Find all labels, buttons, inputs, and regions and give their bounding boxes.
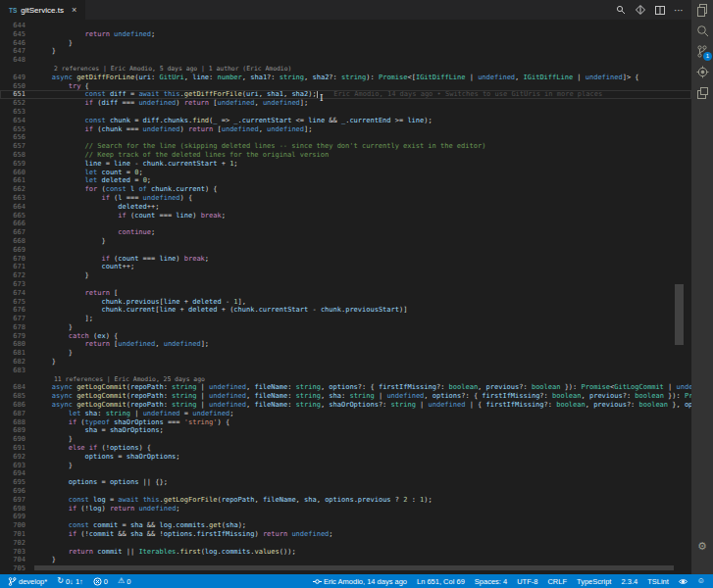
- line-number[interactable]: 661: [0, 176, 27, 185]
- source-control-icon[interactable]: 1: [691, 41, 713, 62]
- line-number[interactable]: 698: [0, 505, 27, 514]
- code-line[interactable]: 680 return [undefined, undefined];: [0, 340, 691, 349]
- line-number[interactable]: 676: [0, 306, 27, 315]
- code-line[interactable]: 665 if (count === line) break;: [0, 212, 691, 220]
- code-line[interactable]: 678 }: [0, 323, 691, 332]
- line-number[interactable]: 696: [0, 487, 27, 496]
- open-changes-icon[interactable]: [616, 5, 626, 15]
- line-number[interactable]: 683: [0, 367, 27, 375]
- line-number[interactable]: 691: [0, 444, 27, 453]
- code-line[interactable]: 649 async getDiffForLine(uri: GitUri, li…: [0, 74, 691, 82]
- status-item[interactable]: CRLF: [547, 577, 567, 586]
- line-number[interactable]: 648: [0, 56, 27, 65]
- code-line[interactable]: 681 }: [0, 349, 691, 358]
- code-line[interactable]: 689 sha = shaOrOptions;: [0, 426, 691, 435]
- status-item[interactable]: 2.3.4: [621, 577, 637, 586]
- status-item[interactable]: Spaces: 4: [475, 577, 507, 586]
- line-number[interactable]: 656: [0, 133, 27, 142]
- explorer-icon[interactable]: [691, 0, 713, 21]
- line-number[interactable]: 693: [0, 462, 27, 470]
- code-line[interactable]: 686 async getLogCommit(repoPath: string …: [0, 401, 691, 410]
- smiley-status[interactable]: ☺: [697, 577, 705, 585]
- line-number[interactable]: 660: [0, 169, 27, 177]
- code-line[interactable]: 648: [0, 56, 691, 65]
- code-line[interactable]: 645 return undefined;: [0, 30, 691, 39]
- code-line[interactable]: 682 }: [0, 358, 691, 367]
- line-number[interactable]: 664: [0, 203, 27, 212]
- line-number[interactable]: 701: [0, 530, 27, 539]
- line-number[interactable]: 666: [0, 220, 27, 228]
- line-number[interactable]: 651: [0, 90, 27, 99]
- line-number[interactable]: 667: [0, 228, 27, 237]
- code-line[interactable]: 654 const chunk = diff.chunks.find(_ => …: [0, 117, 691, 125]
- code-line[interactable]: 685 async getLogCommit(repoPath: string …: [0, 392, 691, 401]
- code-line[interactable]: 658 // Keep track of the deleted lines f…: [0, 151, 691, 160]
- line-number[interactable]: 652: [0, 99, 27, 108]
- debug-icon[interactable]: [691, 62, 713, 82]
- more-actions-icon[interactable]: ···: [675, 6, 685, 15]
- status-item[interactable]: UTF-8: [517, 577, 537, 586]
- line-number[interactable]: 657: [0, 142, 27, 151]
- line-number[interactable]: 688: [0, 418, 27, 427]
- code-line[interactable]: 692 options = shaOrOptions;: [0, 453, 691, 462]
- code-line[interactable]: 653: [0, 108, 691, 117]
- code-line[interactable]: 661 let deleted = 0;: [0, 176, 691, 185]
- code-line[interactable]: 694: [0, 469, 691, 478]
- code-line[interactable]: 687 let sha: string | undefined = undefi…: [0, 410, 691, 418]
- line-number[interactable]: 682: [0, 358, 27, 367]
- code-line[interactable]: 688 if (typeof shaOrOptions === 'string'…: [0, 418, 691, 427]
- line-number[interactable]: 695: [0, 478, 27, 487]
- line-number[interactable]: 662: [0, 185, 27, 194]
- line-number[interactable]: 663: [0, 194, 27, 203]
- line-number[interactable]: 650: [0, 82, 27, 91]
- eye-status[interactable]: [679, 577, 688, 586]
- line-number[interactable]: 649: [0, 74, 27, 82]
- line-number[interactable]: 680: [0, 340, 27, 349]
- line-number[interactable]: 675: [0, 298, 27, 307]
- codelens[interactable]: 2 references | Eric Amodio, 5 days ago |…: [0, 65, 691, 74]
- line-number[interactable]: 686: [0, 401, 27, 410]
- code-line[interactable]: 679 catch (ex) {: [0, 332, 691, 341]
- code-editor[interactable]: 644645 return undefined;646 }647 }6482 r…: [0, 20, 691, 574]
- code-line[interactable]: 701 if (!commit && sha && !options.first…: [0, 530, 691, 539]
- line-number[interactable]: 685: [0, 392, 27, 401]
- code-line[interactable]: 657 // Search for the line (skipping del…: [0, 142, 691, 151]
- line-number[interactable]: 672: [0, 271, 27, 280]
- status-item[interactable]: Ln 651, Col 69: [417, 577, 465, 586]
- line-number[interactable]: 654: [0, 117, 27, 125]
- tab-close-icon[interactable]: ×: [72, 5, 76, 15]
- split-editor-icon[interactable]: [655, 6, 665, 15]
- line-number[interactable]: 658: [0, 151, 27, 160]
- sync-status[interactable]: ↻0↓ 1↑: [57, 577, 83, 586]
- code-line[interactable]: 647 }: [0, 47, 691, 56]
- code-line[interactable]: 664 deleted++;: [0, 203, 691, 212]
- code-line[interactable]: 652 if (diff === undefined) return [unde…: [0, 99, 691, 108]
- code-line[interactable]: 655 if (chunk === undefined) return [und…: [0, 125, 691, 134]
- code-line[interactable]: 671 count++;: [0, 263, 691, 271]
- code-line[interactable]: 674 return [: [0, 289, 691, 298]
- search-icon[interactable]: [691, 21, 713, 41]
- line-number[interactable]: 671: [0, 263, 27, 271]
- code-line[interactable]: 644: [0, 22, 691, 30]
- code-line[interactable]: 667 continue;: [0, 228, 691, 237]
- code-line[interactable]: 703 return commit || Iterables.first(log…: [0, 548, 691, 557]
- code-line[interactable]: 656: [0, 133, 691, 142]
- line-number[interactable]: 645: [0, 30, 27, 39]
- vertical-scrollbar[interactable]: [675, 284, 684, 345]
- line-number[interactable]: 678: [0, 323, 27, 332]
- line-number[interactable]: 665: [0, 212, 27, 220]
- line-number[interactable]: 655: [0, 125, 27, 134]
- code-line[interactable]: 663 if (l === undefined) {: [0, 194, 691, 203]
- code-line[interactable]: 683: [0, 367, 691, 375]
- code-line[interactable]: 660 let count = 0;: [0, 169, 691, 177]
- code-line[interactable]: 691 else if (!options) {: [0, 444, 691, 453]
- code-line[interactable]: 698 if (!log) return undefined;: [0, 505, 691, 514]
- code-line[interactable]: 700 const commit = sha && log.commits.ge…: [0, 521, 691, 530]
- code-line[interactable]: 666: [0, 220, 691, 228]
- code-line[interactable]: 684 async getLogCommit(repoPath: string …: [0, 383, 691, 392]
- compare-icon[interactable]: [636, 5, 645, 15]
- code-line[interactable]: 668 }: [0, 237, 691, 246]
- code-line[interactable]: 662 for (const l of chunk.current) {: [0, 185, 691, 194]
- line-number[interactable]: 679: [0, 332, 27, 341]
- code-line[interactable]: 676 chunk.current[line + deleted + (chun…: [0, 306, 691, 315]
